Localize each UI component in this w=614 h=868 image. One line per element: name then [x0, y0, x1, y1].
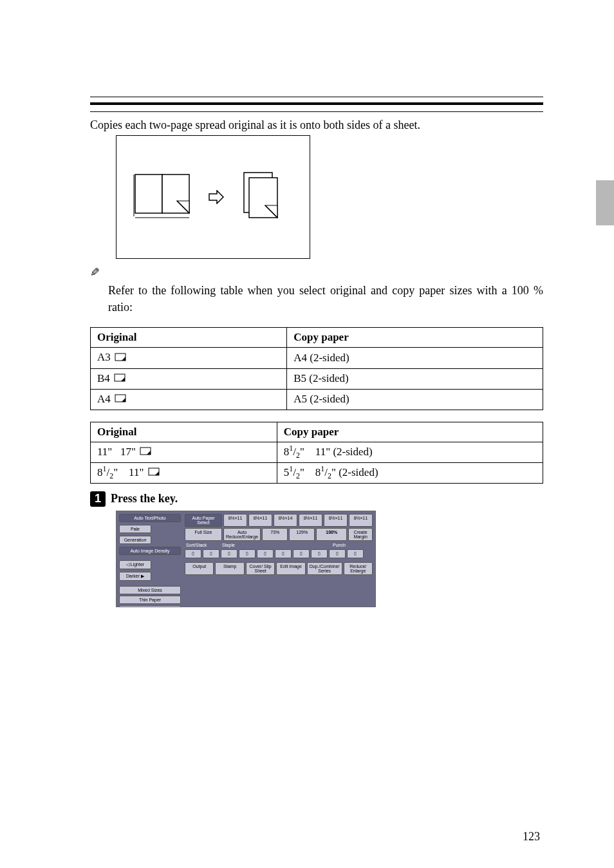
- output-button[interactable]: Output: [185, 562, 214, 575]
- punch-option-1[interactable]: ▯: [329, 549, 346, 558]
- header-original: Original: [91, 422, 277, 442]
- original-spread-icon: [132, 165, 196, 229]
- dup-combine-series-button[interactable]: Dup./Combine/ Series: [307, 562, 342, 575]
- step-1: 1 Press the key.: [90, 491, 543, 507]
- inch-sizes-table: Original Copy paper 11" 17" 81/2" 11" (2…: [90, 422, 543, 484]
- punch-label: Punch: [331, 542, 373, 548]
- landscape-orientation-icon: [115, 394, 126, 403]
- table-header-row: Original Copy paper: [91, 328, 543, 348]
- cover-slip-button[interactable]: Cover/ Slip Sheet: [246, 562, 275, 575]
- batch-sadf-button[interactable]: Batch/SADF: [119, 605, 181, 607]
- table-header-row: Original Copy paper: [91, 422, 543, 442]
- original-size-b: 17": [120, 446, 136, 458]
- generation-button[interactable]: Generation: [119, 536, 151, 544]
- landscape-orientation-icon: [140, 447, 151, 456]
- staple-option-2[interactable]: ▯: [239, 549, 256, 558]
- auto-paper-select-button[interactable]: Auto Paper Select: [185, 514, 222, 527]
- tray-1-button[interactable]: 8½×11: [223, 514, 247, 527]
- svg-rect-0: [135, 175, 162, 213]
- spread-diagram: [116, 135, 310, 259]
- original-size: B4: [97, 372, 110, 384]
- svg-marker-6: [209, 191, 223, 203]
- edit-image-button[interactable]: Edit Image: [276, 562, 305, 575]
- metric-sizes-table: Original Copy paper A3 A4 (2-sided) B4 B…: [90, 327, 543, 410]
- section-tab: [596, 180, 614, 225]
- copier-panel-screenshot: Auto Text/Photo Pale Generation Auto Ima…: [116, 511, 376, 607]
- thin-paper-button[interactable]: Thin Paper: [119, 596, 181, 604]
- note-text: Refer to the following table when you se…: [108, 282, 543, 316]
- step-number-badge: 1: [90, 491, 106, 507]
- lighter-button[interactable]: ◁ Lighter: [119, 560, 151, 569]
- auto-reduce-enlarge-button[interactable]: Auto Reduce/Enlarge: [223, 528, 261, 541]
- staple-option-6[interactable]: ▯: [311, 549, 328, 558]
- sort-option-2[interactable]: ▯: [203, 549, 219, 558]
- landscape-orientation-icon: [114, 373, 126, 382]
- table-row: A3 A4 (2-sided): [91, 348, 543, 368]
- staple-option-5[interactable]: ▯: [293, 549, 310, 558]
- arrow-right-icon: [208, 190, 225, 204]
- tray-3-button[interactable]: 8½×14: [274, 514, 297, 527]
- table-row: 11" 17" 81/2" 11" (2-sided): [91, 442, 543, 462]
- copy-size: B5 (2-sided): [287, 368, 543, 389]
- pct-100-button[interactable]: 100%: [316, 528, 347, 541]
- tray-4-button[interactable]: 8½×11: [299, 514, 322, 527]
- original-size-a: 11": [97, 446, 112, 458]
- page-number: 123: [523, 830, 540, 844]
- auto-image-density-button[interactable]: Auto Image Density: [119, 547, 181, 555]
- table-row: A4 A5 (2-sided): [91, 389, 543, 410]
- header-rules: [90, 97, 543, 112]
- create-margin-button[interactable]: Create Margin: [348, 528, 373, 541]
- pct-129-button[interactable]: 129%: [289, 528, 315, 541]
- darker-button[interactable]: Darker ▶: [119, 572, 151, 581]
- landscape-orientation-icon: [148, 467, 160, 476]
- header-original: Original: [91, 328, 287, 348]
- original-size-b: 11": [129, 466, 144, 478]
- step-prefix: Press the: [111, 492, 158, 505]
- note-section: ✎ Refer to the following table when you …: [90, 265, 543, 316]
- staple-option-1[interactable]: ▯: [221, 549, 237, 558]
- tray-5-button[interactable]: 8½×11: [324, 514, 348, 527]
- full-size-button[interactable]: Full Size: [185, 528, 222, 541]
- stamp-button[interactable]: Stamp: [215, 562, 244, 575]
- table-row: B4 B5 (2-sided): [91, 368, 543, 389]
- step-suffix: key.: [158, 492, 178, 505]
- staple-label: Staple: [221, 542, 330, 548]
- auto-text-photo-button[interactable]: Auto Text/Photo: [119, 514, 181, 522]
- original-size: A4: [97, 393, 111, 405]
- tray-6-button[interactable]: 8½×11: [349, 514, 373, 527]
- mixed-sizes-button[interactable]: Mixed Sizes: [119, 586, 181, 594]
- copy-size: A5 (2-sided): [287, 389, 543, 410]
- description-text: Copies each two-page spread original as …: [90, 117, 543, 133]
- copy-size-b: 11" (2-sided): [315, 446, 373, 458]
- copy-size: A4 (2-sided): [287, 348, 543, 368]
- tray-2-button[interactable]: 8½×11: [248, 514, 272, 527]
- pencil-note-icon: ✎: [90, 265, 100, 279]
- reduce-enlarge-button[interactable]: Reduce/ Enlarge: [344, 562, 373, 575]
- landscape-orientation-icon: [115, 353, 126, 362]
- sort-stack-label: Sort/Stack: [185, 542, 219, 548]
- sort-option-1[interactable]: ▯: [185, 549, 201, 558]
- header-copy: Copy paper: [287, 328, 543, 348]
- header-copy: Copy paper: [277, 422, 543, 442]
- original-size: A3: [97, 351, 111, 363]
- staple-option-3[interactable]: ▯: [257, 549, 274, 558]
- pct-73-button[interactable]: 73%: [262, 528, 288, 541]
- punch-option-2[interactable]: ▯: [347, 549, 364, 558]
- output-sheet-icon: [236, 165, 294, 229]
- staple-option-4[interactable]: ▯: [275, 549, 292, 558]
- pale-button[interactable]: Pale: [119, 525, 151, 533]
- table-row: 81/2" 11" 51/2" 81/2" (2-sided): [91, 462, 543, 483]
